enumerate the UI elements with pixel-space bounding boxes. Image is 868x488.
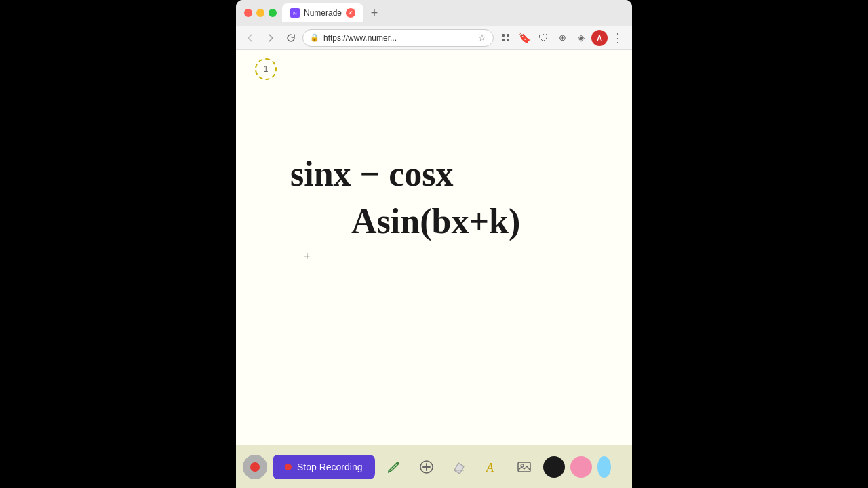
pencil-tool-button[interactable] bbox=[380, 453, 408, 481]
back-button[interactable] bbox=[241, 29, 259, 47]
forward-button[interactable] bbox=[262, 29, 279, 47]
toolbar: Stop Recording A bbox=[236, 445, 632, 488]
tab-bar: N Numerade ✕ + bbox=[282, 3, 624, 22]
blue-color-button[interactable] bbox=[597, 456, 611, 478]
new-tab-button[interactable]: + bbox=[366, 5, 382, 21]
recording-indicator bbox=[285, 464, 292, 470]
cursor-plus: + bbox=[304, 250, 310, 262]
stop-recording-button[interactable]: Stop Recording bbox=[273, 455, 375, 479]
svg-text:sinx − cosx: sinx − cosx bbox=[290, 155, 454, 193]
nav-bar: 🔒 https://www.numer... ☆ 🔖 🛡 ⊕ ◈ A ⋮ bbox=[236, 26, 632, 50]
bookmark-icon[interactable]: 🔖 bbox=[515, 29, 533, 47]
add-tool-button[interactable] bbox=[413, 453, 440, 481]
svg-text:A: A bbox=[486, 461, 494, 474]
math-content: sinx − cosx Asin(bx+k) bbox=[290, 145, 616, 253]
record-dot-indicator bbox=[243, 455, 267, 479]
svg-point-12 bbox=[521, 464, 524, 467]
browser-window: N Numerade ✕ + 🔒 https://www.numer... ☆ … bbox=[236, 0, 632, 488]
wallet-icon[interactable]: ◈ bbox=[572, 29, 590, 47]
coin-icon[interactable]: ⊕ bbox=[553, 29, 571, 47]
profile-button[interactable]: A bbox=[591, 30, 608, 46]
svg-rect-2 bbox=[502, 39, 505, 41]
traffic-lights bbox=[244, 9, 277, 17]
maximize-button[interactable] bbox=[269, 9, 277, 17]
nav-actions: 🔖 🛡 ⊕ ◈ A ⋮ bbox=[496, 29, 627, 47]
svg-rect-3 bbox=[507, 39, 509, 41]
more-button[interactable]: ⋮ bbox=[609, 29, 627, 47]
lock-icon: 🔒 bbox=[310, 33, 319, 42]
shield-icon[interactable]: 🛡 bbox=[534, 29, 552, 47]
black-color-button[interactable] bbox=[543, 456, 565, 478]
minimize-button[interactable] bbox=[256, 9, 264, 17]
active-tab[interactable]: N Numerade ✕ bbox=[282, 3, 363, 22]
pink-color-button[interactable] bbox=[570, 456, 592, 478]
text-tool-button[interactable]: A bbox=[478, 453, 505, 481]
tab-favicon: N bbox=[290, 8, 300, 18]
svg-rect-11 bbox=[518, 462, 530, 472]
title-bar: N Numerade ✕ + bbox=[236, 0, 632, 26]
extensions-icon[interactable] bbox=[496, 29, 514, 47]
close-button[interactable] bbox=[244, 9, 252, 17]
tab-close-button[interactable]: ✕ bbox=[346, 8, 355, 18]
page-number: 1 bbox=[255, 58, 277, 80]
svg-text:Asin(bx+k): Asin(bx+k) bbox=[351, 202, 520, 241]
eraser-tool-button[interactable] bbox=[446, 453, 473, 481]
content-area: 1 sinx − cosx Asin(bx+k) + bbox=[236, 50, 632, 445]
star-icon[interactable]: ☆ bbox=[478, 33, 486, 43]
url-text: https://www.numer... bbox=[323, 33, 474, 43]
address-bar[interactable]: 🔒 https://www.numer... ☆ bbox=[302, 29, 494, 47]
svg-rect-0 bbox=[502, 34, 505, 37]
refresh-button[interactable] bbox=[282, 29, 300, 47]
svg-rect-1 bbox=[507, 34, 509, 37]
tab-title: Numerade bbox=[304, 8, 342, 18]
image-tool-button[interactable] bbox=[511, 453, 538, 481]
